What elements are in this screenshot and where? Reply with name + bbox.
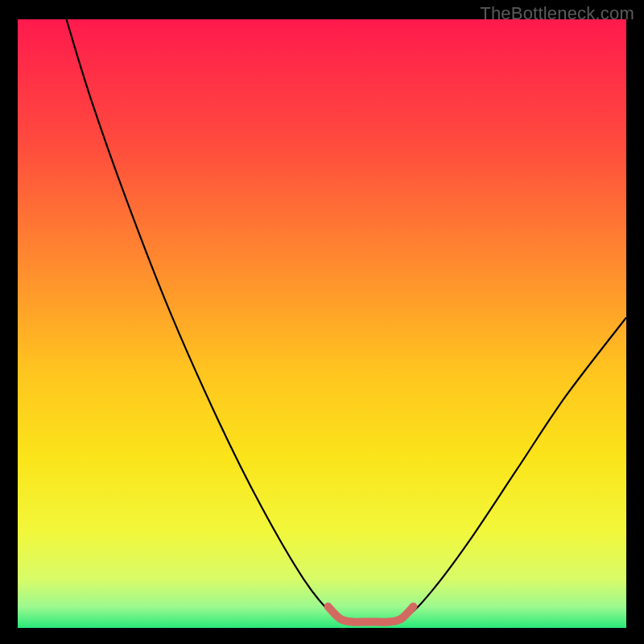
watermark-text: TheBottleneck.com — [480, 3, 634, 24]
chart-svg — [18, 19, 626, 628]
chart-frame — [18, 19, 626, 628]
chart-background — [18, 19, 626, 628]
